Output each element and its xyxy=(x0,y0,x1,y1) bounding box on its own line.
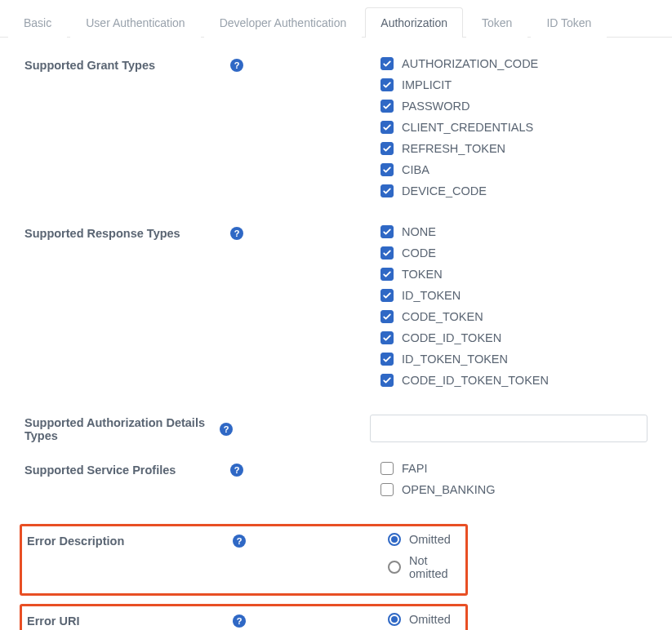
tab-token[interactable]: Token xyxy=(466,7,527,38)
svg-text:?: ? xyxy=(237,616,243,626)
service-profile-checkbox[interactable] xyxy=(381,462,394,475)
error-uri-options: OmittedNot omitted xyxy=(264,613,465,630)
svg-text:?: ? xyxy=(224,424,229,434)
grant-type-checkbox[interactable] xyxy=(381,142,394,155)
checkbox-label: DEVICE_CODE xyxy=(402,184,487,197)
checkbox-item: CIBA xyxy=(381,163,648,176)
help-icon[interactable]: ? xyxy=(233,535,246,548)
response-type-checkbox[interactable] xyxy=(381,246,394,260)
checkbox-label: ID_TOKEN_TOKEN xyxy=(402,353,508,366)
label-grant-types: Supported Grant Types xyxy=(24,59,155,72)
help-icon[interactable]: ? xyxy=(233,614,246,628)
highlight-error-description: Error Description ? OmittedNot omitted xyxy=(20,524,468,596)
radio-item: Omitted xyxy=(388,533,465,546)
error-description-radio[interactable] xyxy=(388,561,401,574)
response-type-checkbox[interactable] xyxy=(381,268,394,281)
error-description-radio[interactable] xyxy=(388,533,401,546)
checkbox-item: CLIENT_CREDENTIALS xyxy=(381,121,648,134)
checkbox-item: ID_TOKEN_TOKEN xyxy=(381,353,648,366)
checkbox-item: CODE_TOKEN xyxy=(381,310,648,323)
tab-user-authentication[interactable]: User Authentication xyxy=(70,7,200,38)
grant-type-checkbox[interactable] xyxy=(381,184,394,197)
response-type-checkbox[interactable] xyxy=(381,225,394,238)
grant-type-checkbox[interactable] xyxy=(381,57,394,70)
svg-text:?: ? xyxy=(234,228,240,238)
checkbox-label: ID_TOKEN xyxy=(402,289,461,302)
label-error-uri: Error URI xyxy=(27,614,79,628)
checkbox-item: IMPLICIT xyxy=(381,78,648,91)
row-grant-types: Supported Grant Types ? AUTHORIZATION_CO… xyxy=(24,57,648,206)
response-type-checkbox[interactable] xyxy=(381,331,394,344)
service-profile-checkbox[interactable] xyxy=(381,483,394,496)
grant-type-checkbox[interactable] xyxy=(381,100,394,113)
checkbox-label: FAPI xyxy=(402,462,427,475)
checkbox-label: CODE xyxy=(402,246,436,260)
tab-developer-authentication[interactable]: Developer Authentication xyxy=(204,7,363,38)
checkbox-label: TOKEN xyxy=(402,268,443,281)
grant-type-checkbox[interactable] xyxy=(381,78,394,91)
grant-types-options: AUTHORIZATION_CODEIMPLICITPASSWORDCLIENT… xyxy=(261,57,648,206)
row-error-uri: Error URI ? OmittedNot omitted xyxy=(22,613,465,630)
radio-label: Omitted xyxy=(409,533,451,546)
highlight-error-uri: Error URI ? OmittedNot omitted xyxy=(20,604,468,630)
checkbox-label: CODE_ID_TOKEN xyxy=(402,331,501,344)
tab-basic[interactable]: Basic xyxy=(8,7,67,38)
checkbox-label: AUTHORIZATION_CODE xyxy=(402,57,538,70)
radio-label: Omitted xyxy=(409,613,451,626)
response-type-checkbox[interactable] xyxy=(381,289,394,302)
help-icon[interactable]: ? xyxy=(230,464,243,477)
response-type-checkbox[interactable] xyxy=(381,310,394,323)
help-icon[interactable]: ? xyxy=(230,59,243,72)
tab-bar: Basic User Authentication Developer Auth… xyxy=(0,7,672,38)
response-type-checkbox[interactable] xyxy=(381,353,394,366)
error-uri-radio[interactable] xyxy=(388,613,401,626)
checkbox-item: CODE xyxy=(381,246,648,260)
checkbox-label: REFRESH_TOKEN xyxy=(402,142,505,155)
checkbox-item: DEVICE_CODE xyxy=(381,184,648,197)
checkbox-item: CODE_ID_TOKEN xyxy=(381,331,648,344)
row-response-types: Supported Response Types ? NONECODETOKEN… xyxy=(24,225,648,395)
checkbox-label: PASSWORD xyxy=(402,100,470,113)
radio-label: Not omitted xyxy=(409,554,465,580)
checkbox-item: TOKEN xyxy=(381,268,648,281)
tab-authorization[interactable]: Authorization xyxy=(365,7,463,38)
grant-type-checkbox[interactable] xyxy=(381,121,394,134)
checkbox-label: CLIENT_CREDENTIALS xyxy=(402,121,533,134)
radio-item: Not omitted xyxy=(388,554,465,580)
error-description-options: OmittedNot omitted xyxy=(264,533,465,588)
row-auth-details-types: Supported Authorization Details Types ? xyxy=(24,415,648,442)
checkbox-label: CODE_ID_TOKEN_TOKEN xyxy=(402,374,549,387)
help-icon[interactable]: ? xyxy=(220,423,233,436)
label-error-description: Error Description xyxy=(27,535,124,548)
checkbox-item: FAPI xyxy=(381,462,648,475)
checkbox-item: REFRESH_TOKEN xyxy=(381,142,648,155)
checkbox-label: NONE xyxy=(402,225,436,238)
authorization-form: Supported Grant Types ? AUTHORIZATION_CO… xyxy=(0,57,672,630)
tab-id-token[interactable]: ID Token xyxy=(531,7,607,38)
row-service-profiles: Supported Service Profiles ? FAPIOPEN_BA… xyxy=(24,462,648,504)
response-types-options: NONECODETOKENID_TOKENCODE_TOKENCODE_ID_T… xyxy=(261,225,648,395)
checkbox-item: ID_TOKEN xyxy=(381,289,648,302)
checkbox-item: OPEN_BANKING xyxy=(381,483,648,496)
service-profiles-options: FAPIOPEN_BANKING xyxy=(261,462,648,504)
svg-text:?: ? xyxy=(237,536,243,546)
radio-item: Omitted xyxy=(388,613,465,626)
checkbox-item: AUTHORIZATION_CODE xyxy=(381,57,648,70)
label-response-types: Supported Response Types xyxy=(24,227,180,240)
auth-details-types-input[interactable] xyxy=(370,415,648,442)
checkbox-item: PASSWORD xyxy=(381,100,648,113)
row-error-description: Error Description ? OmittedNot omitted xyxy=(22,533,465,588)
label-auth-details-types: Supported Authorization Details Types xyxy=(24,416,211,442)
checkbox-item: NONE xyxy=(381,225,648,238)
checkbox-item: CODE_ID_TOKEN_TOKEN xyxy=(381,374,648,387)
response-type-checkbox[interactable] xyxy=(381,374,394,387)
help-icon[interactable]: ? xyxy=(230,227,243,240)
svg-text:?: ? xyxy=(234,60,240,70)
checkbox-label: IMPLICIT xyxy=(402,78,452,91)
grant-type-checkbox[interactable] xyxy=(381,163,394,176)
checkbox-label: CIBA xyxy=(402,163,429,176)
label-service-profiles: Supported Service Profiles xyxy=(24,464,176,477)
svg-text:?: ? xyxy=(234,465,240,475)
checkbox-label: CODE_TOKEN xyxy=(402,310,483,323)
checkbox-label: OPEN_BANKING xyxy=(402,483,495,496)
